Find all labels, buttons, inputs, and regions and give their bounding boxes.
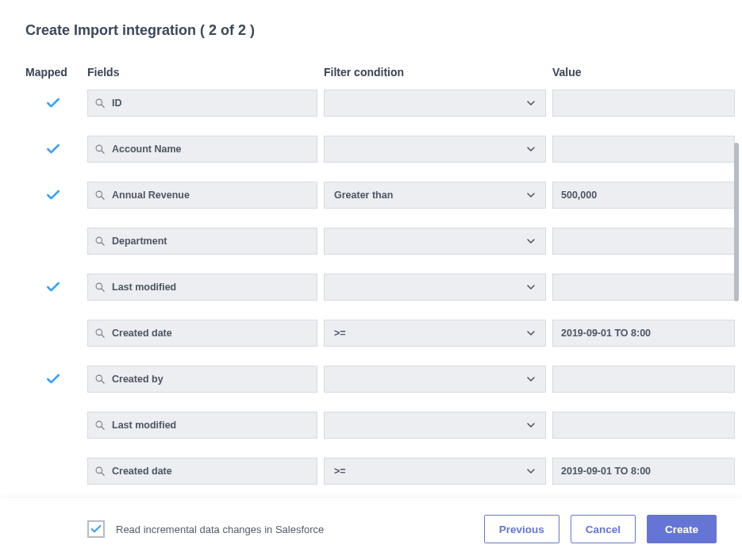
col-value: Value <box>552 66 735 79</box>
filter-select[interactable] <box>324 366 546 393</box>
mapped-cell <box>25 412 81 439</box>
svg-line-11 <box>102 335 105 338</box>
table-row: Created date >= 2019-09-01 TO 8:00 <box>25 458 717 485</box>
field-input[interactable]: Annual Revenue <box>87 182 317 209</box>
chevron-down-icon <box>525 281 537 293</box>
search-icon <box>94 282 106 293</box>
value-input[interactable]: 2019-09-01 TO 8:00 <box>552 320 735 347</box>
search-icon <box>94 190 106 201</box>
field-label: Created date <box>112 466 310 477</box>
filter-text: Greater than <box>334 190 393 201</box>
mapped-cell <box>25 182 81 209</box>
field-label: Last modified <box>112 420 310 431</box>
field-input[interactable]: Created date <box>87 320 317 347</box>
table-row: Department <box>25 228 717 255</box>
search-icon <box>94 98 106 109</box>
value-input[interactable] <box>552 366 735 393</box>
create-button[interactable]: Create <box>647 515 717 543</box>
chevron-down-icon <box>525 235 537 247</box>
value-input[interactable] <box>552 136 735 163</box>
svg-line-3 <box>102 151 105 154</box>
field-input[interactable]: ID <box>87 90 317 117</box>
table-row: Account Name <box>25 136 717 163</box>
value-input[interactable] <box>552 228 735 255</box>
chevron-down-icon <box>525 419 537 432</box>
search-icon <box>94 328 106 339</box>
check-icon <box>45 371 61 387</box>
value-input[interactable]: 2019-09-01 TO 8:00 <box>552 458 735 485</box>
col-filter: Filter condition <box>324 66 546 79</box>
cancel-button[interactable]: Cancel <box>571 515 636 543</box>
previous-button[interactable]: Previous <box>484 515 559 543</box>
field-input[interactable]: Last modified <box>87 412 317 439</box>
filter-text: >= <box>334 328 346 339</box>
check-icon <box>45 187 61 203</box>
filter-text: >= <box>334 466 346 477</box>
field-input[interactable]: Created by <box>87 366 317 393</box>
search-icon <box>94 466 106 477</box>
field-label: Account Name <box>112 144 310 155</box>
svg-line-13 <box>102 381 105 384</box>
chevron-down-icon <box>525 373 537 385</box>
value-input[interactable]: 500,000 <box>552 182 735 209</box>
col-fields: Fields <box>87 66 317 79</box>
field-input[interactable]: Last modified <box>87 274 317 301</box>
svg-line-15 <box>102 427 105 430</box>
chevron-down-icon <box>525 97 537 109</box>
check-icon <box>45 279 61 295</box>
filter-select[interactable]: Greater than <box>324 182 546 209</box>
field-label: Created date <box>112 328 310 339</box>
search-icon <box>94 236 106 247</box>
mapped-cell <box>25 320 81 347</box>
mapped-cell <box>25 366 81 393</box>
value-input[interactable] <box>552 274 735 301</box>
filter-select[interactable] <box>324 228 546 255</box>
filter-select[interactable] <box>324 136 546 163</box>
mapped-cell <box>25 136 81 163</box>
search-icon <box>94 144 106 155</box>
chevron-down-icon <box>525 143 537 155</box>
field-label: Created by <box>112 374 310 385</box>
table-row: ID <box>25 90 717 117</box>
value-input[interactable] <box>552 412 735 439</box>
field-label: Department <box>112 236 310 247</box>
col-mapped: Mapped <box>25 66 81 79</box>
value-input[interactable] <box>552 90 735 117</box>
footer-bar: Read incremental data changes in Salesfo… <box>0 498 742 560</box>
chevron-down-icon <box>525 189 537 201</box>
table-row: Last modified <box>25 412 717 439</box>
field-input[interactable]: Created date <box>87 458 317 485</box>
value-text: 500,000 <box>561 190 597 201</box>
scrollbar[interactable] <box>734 143 739 301</box>
filter-select[interactable] <box>324 274 546 301</box>
search-icon <box>94 374 106 385</box>
svg-line-9 <box>102 289 105 292</box>
incremental-label: Read incremental data changes in Salesfo… <box>116 524 473 535</box>
table-row: Last modified <box>25 274 717 301</box>
check-icon <box>90 523 102 535</box>
svg-line-1 <box>102 105 105 108</box>
filter-select[interactable]: >= <box>324 458 546 485</box>
field-input[interactable]: Department <box>87 228 317 255</box>
chevron-down-icon <box>525 465 537 478</box>
table-row: Annual Revenue Greater than 500,000 <box>25 182 717 209</box>
check-icon <box>45 95 61 111</box>
incremental-checkbox[interactable] <box>87 520 105 538</box>
field-label: Annual Revenue <box>112 190 310 201</box>
filter-select[interactable] <box>324 90 546 117</box>
search-icon <box>94 420 106 431</box>
field-input[interactable]: Account Name <box>87 136 317 163</box>
check-icon <box>45 141 61 157</box>
page-title: Create Import integration ( 2 of 2 ) <box>25 22 717 39</box>
filter-select[interactable] <box>324 412 546 439</box>
mapped-cell <box>25 90 81 117</box>
mapping-table: Mapped Fields Filter condition Value ID … <box>25 66 717 485</box>
filter-select[interactable]: >= <box>324 320 546 347</box>
svg-line-7 <box>102 243 105 246</box>
table-row: Created by <box>25 366 717 393</box>
chevron-down-icon <box>525 327 537 339</box>
value-text: 2019-09-01 TO 8:00 <box>561 328 651 339</box>
field-label: ID <box>112 98 310 109</box>
field-label: Last modified <box>112 282 310 293</box>
mapped-cell <box>25 458 81 485</box>
